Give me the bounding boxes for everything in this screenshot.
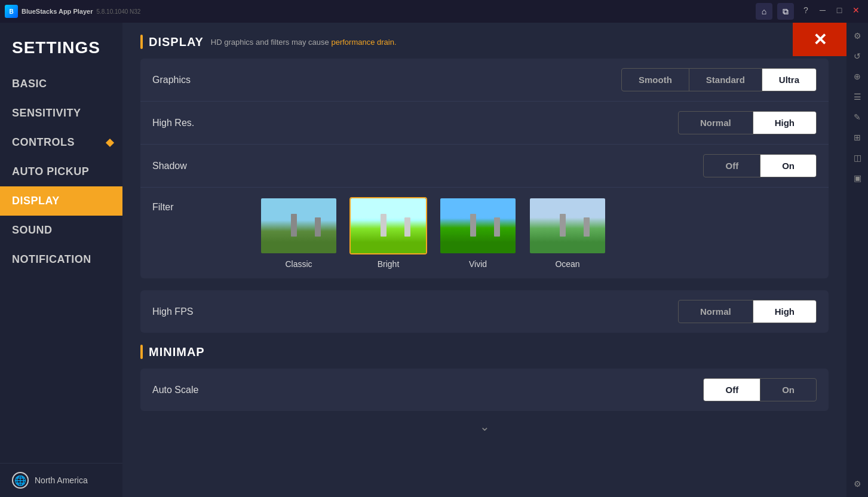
- minimap-section-bar: [140, 345, 143, 359]
- filter-classic-name: Classic: [285, 259, 312, 269]
- graphics-standard-btn[interactable]: Standard: [689, 69, 762, 91]
- filter-bright-thumbnail: [349, 197, 427, 254]
- shadow-on-btn[interactable]: On: [760, 155, 816, 177]
- filter-options: Classic Bright: [224, 197, 817, 269]
- auto-scale-row: Auto Scale Off On: [140, 369, 829, 411]
- high-res-normal-btn[interactable]: Normal: [679, 112, 753, 134]
- filter-row: Filter Classic: [140, 188, 829, 278]
- right-sidebar: ⚙ ↺ ⊕ ☰ ✎ ⊞ ◫ ▣ ⚙: [846, 23, 868, 497]
- minimap-section-title: MINIMAP: [149, 345, 205, 359]
- maximize-button[interactable]: □: [832, 3, 846, 17]
- right-btn-8[interactable]: ▣: [848, 168, 867, 188]
- app-logo: B: [5, 5, 18, 18]
- minimap-settings-card: Auto Scale Off On: [140, 369, 829, 411]
- region-label: North America: [35, 475, 88, 485]
- titlebar: B BlueStacks App Player 5.8.10.1040 N32 …: [0, 0, 868, 23]
- high-fps-toggle-group: Normal High: [678, 300, 817, 323]
- filter-bright-name: Bright: [378, 259, 400, 269]
- ocean-preview: [530, 198, 605, 253]
- sidebar-item-basic[interactable]: BASIC: [0, 69, 122, 99]
- classic-preview: [261, 198, 336, 253]
- high-res-row: High Res. Normal High: [140, 102, 829, 145]
- high-fps-label: High FPS: [152, 306, 678, 317]
- graphics-label: Graphics: [152, 75, 621, 85]
- active-indicator: [106, 138, 114, 146]
- filter-bright-option[interactable]: Bright: [349, 197, 427, 269]
- right-btn-6[interactable]: ⊞: [848, 128, 867, 147]
- display-section-header: DISPLAY HD graphics and filters may caus…: [140, 35, 829, 49]
- right-btn-4[interactable]: ☰: [848, 87, 867, 106]
- scroll-indicator: ⌄: [140, 413, 829, 440]
- auto-scale-label: Auto Scale: [152, 385, 703, 395]
- main-content: DISPLAY HD graphics and filters may caus…: [122, 23, 846, 497]
- high-fps-card: High FPS Normal High: [140, 290, 829, 333]
- graphics-row: Graphics Smooth Standard Ultra: [140, 59, 829, 102]
- shadow-toggle-group: Off On: [703, 154, 817, 177]
- shadow-row: Shadow Off On: [140, 145, 829, 188]
- minimap-section-header: MINIMAP: [140, 345, 829, 359]
- right-btn-2[interactable]: ↺: [848, 47, 867, 66]
- app-version: 5.8.10.1040 N32: [96, 8, 140, 15]
- right-btn-7[interactable]: ◫: [848, 148, 867, 167]
- region-selector[interactable]: 🌐 North America: [0, 463, 122, 497]
- auto-scale-on-btn[interactable]: On: [760, 379, 816, 401]
- graphics-smooth-btn[interactable]: Smooth: [622, 69, 689, 91]
- high-fps-normal-btn[interactable]: Normal: [679, 300, 753, 323]
- content-close-button[interactable]: ✕: [793, 23, 846, 56]
- sidebar-item-sound[interactable]: SOUND: [0, 216, 122, 245]
- auto-scale-off-btn[interactable]: Off: [704, 379, 760, 401]
- high-res-high-btn[interactable]: High: [753, 112, 816, 134]
- shadow-label: Shadow: [152, 161, 703, 171]
- filter-label: Filter: [152, 202, 224, 213]
- filter-vivid-name: Vivid: [469, 259, 487, 269]
- sidebar-item-notification[interactable]: NOTIFICATION: [0, 245, 122, 274]
- auto-scale-toggle-group: Off On: [703, 378, 817, 401]
- graphics-ultra-btn[interactable]: Ultra: [762, 69, 816, 91]
- high-fps-row: High FPS Normal High: [140, 290, 829, 333]
- display-settings-card: Graphics Smooth Standard Ultra High Res.…: [140, 59, 829, 278]
- shadow-off-btn[interactable]: Off: [704, 155, 760, 177]
- app-name: BlueStacks App Player: [22, 8, 93, 15]
- window-close-button[interactable]: ✕: [849, 3, 863, 17]
- sidebar-item-auto-pickup[interactable]: AUTO PICKUP: [0, 157, 122, 186]
- chevron-down-icon: ⌄: [480, 419, 490, 434]
- right-btn-gear[interactable]: ⚙: [848, 474, 867, 493]
- sidebar-item-controls[interactable]: CONTROLS: [0, 128, 122, 157]
- help-button[interactable]: ?: [799, 3, 813, 17]
- globe-icon: 🌐: [12, 472, 29, 489]
- section-bar: [140, 35, 143, 49]
- filter-vivid-option[interactable]: Vivid: [439, 197, 517, 269]
- right-btn-3[interactable]: ⊕: [848, 67, 867, 86]
- sidebar-item-sensitivity[interactable]: SENSITIVITY: [0, 99, 122, 128]
- close-x-icon: ✕: [813, 30, 827, 50]
- graphics-toggle-group: Smooth Standard Ultra: [621, 68, 817, 91]
- home-button[interactable]: ⌂: [756, 3, 772, 20]
- vivid-preview: [440, 198, 516, 253]
- filter-ocean-option[interactable]: Ocean: [529, 197, 606, 269]
- display-section-subtitle: HD graphics and filters may cause perfor…: [211, 38, 397, 47]
- high-res-toggle-group: Normal High: [678, 111, 817, 134]
- display-section-title: DISPLAY: [149, 35, 204, 49]
- settings-sidebar: SETTINGS BASIC SENSITIVITY CONTROLS AUTO…: [0, 23, 122, 497]
- multi-window-button[interactable]: ⧉: [777, 3, 794, 20]
- filter-classic-thumbnail: [260, 197, 338, 254]
- high-fps-high-btn[interactable]: High: [753, 300, 816, 323]
- filter-classic-option[interactable]: Classic: [260, 197, 338, 269]
- sidebar-item-display[interactable]: DISPLAY: [0, 186, 122, 216]
- high-res-label: High Res.: [152, 118, 678, 128]
- filter-vivid-thumbnail: [439, 197, 517, 254]
- settings-title: SETTINGS: [0, 29, 122, 69]
- right-btn-1[interactable]: ⚙: [848, 26, 867, 45]
- minimap-section: MINIMAP Auto Scale Off On ⌄: [140, 345, 829, 440]
- bright-preview: [351, 198, 426, 253]
- minimize-button[interactable]: ─: [815, 3, 830, 17]
- filter-ocean-name: Ocean: [555, 259, 579, 269]
- right-btn-5[interactable]: ✎: [848, 108, 867, 127]
- filter-ocean-thumbnail: [529, 197, 606, 254]
